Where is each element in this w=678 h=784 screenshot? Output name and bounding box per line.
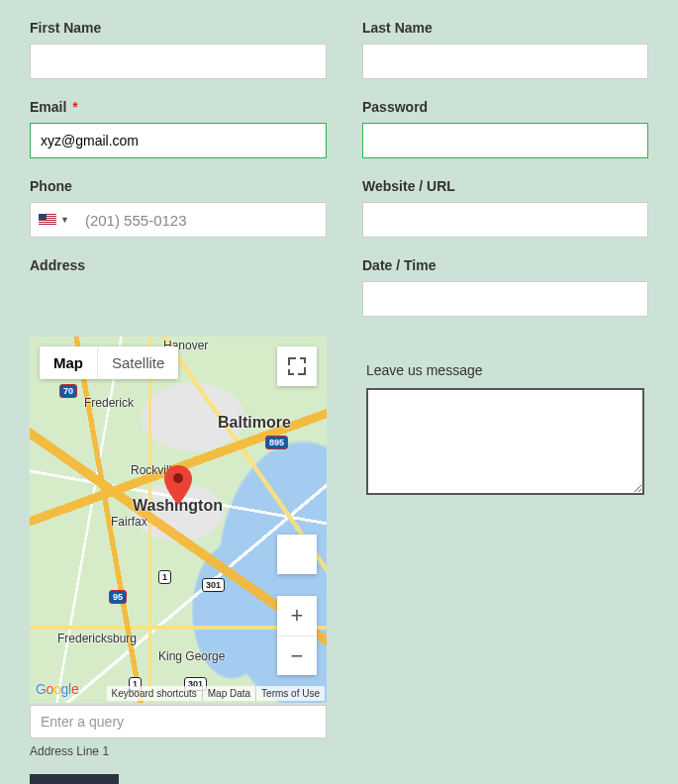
last-name-label: Last Name [362,20,648,36]
shield-us301a: 301 [202,578,225,592]
required-indicator: * [72,99,77,115]
email-input[interactable] [30,123,327,158]
phone-label: Phone [30,178,327,194]
first-name-label: First Name [30,20,327,36]
map-attrib-shortcuts[interactable]: Keyboard shortcuts [107,686,202,701]
map-attrib-terms[interactable]: Terms of Use [255,686,325,701]
phone-input[interactable] [77,203,326,237]
shield-i95: 95 [109,590,127,604]
map-place-king-george: King George [158,649,225,663]
phone-country-select[interactable]: ▼ [31,203,77,237]
first-name-input[interactable] [30,44,327,79]
email-label: Email * [30,99,327,115]
map-place-frederick: Frederick [84,396,134,410]
map-overlay-box [277,535,317,574]
shield-us1: 1 [158,570,171,584]
shield-i895: 895 [265,436,288,449]
website-input[interactable] [362,202,648,238]
last-name-input[interactable] [362,44,648,79]
map-type-satellite[interactable]: Satellite [97,346,178,379]
map-fullscreen-button[interactable] [277,346,317,386]
fullscreen-icon [289,358,305,374]
password-input[interactable] [362,123,648,158]
map-place-fairfax: Fairfax [111,515,147,529]
map-place-washington: Washington [133,497,223,515]
map-attrib-mapdata[interactable]: Map Data [202,686,255,701]
message-label: Leave us message [366,362,644,378]
message-textarea[interactable] [366,388,644,495]
website-label: Website / URL [362,178,648,194]
map-zoom-out[interactable]: − [277,636,317,675]
shield-i70: 70 [59,384,77,398]
map-type-map[interactable]: Map [40,346,97,379]
address-query-input[interactable] [30,705,327,738]
datetime-input[interactable] [362,281,648,317]
map-place-fredericksburg: Fredericksburg [57,632,137,645]
submit-button[interactable]: Submit [30,774,119,784]
google-logo: Google [36,681,78,697]
map[interactable]: Hanover Frederick Baltimore Rockville Wa… [30,337,327,703]
password-label: Password [362,99,648,115]
map-place-baltimore: Baltimore [218,414,291,432]
address-label: Address [30,257,327,273]
chevron-down-icon: ▼ [60,215,69,225]
datetime-label: Date / Time [362,257,648,273]
us-flag-icon [39,214,56,226]
address-line1-label: Address Line 1 [30,744,327,758]
map-zoom-in[interactable]: + [277,596,317,636]
map-place-rockville: Rockville [131,463,178,477]
